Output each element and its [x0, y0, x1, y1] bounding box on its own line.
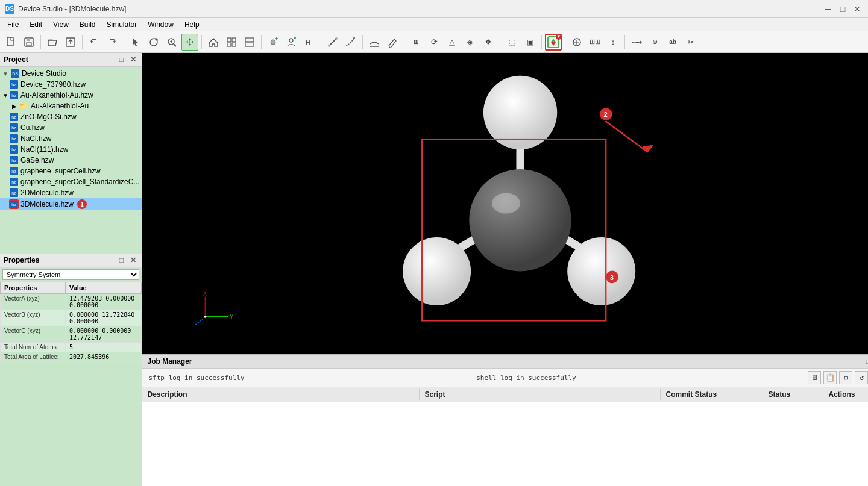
measure-button[interactable]: [342, 34, 359, 51]
draw-bond-button[interactable]: [324, 34, 341, 51]
project-tree-container[interactable]: ▼ DS Device Studio hz Device_737980.hzw …: [0, 67, 142, 254]
file-icon-2dmolecule: hz: [10, 188, 18, 197]
undo-button[interactable]: [86, 34, 102, 51]
rotate-tool-button[interactable]: [145, 34, 162, 51]
tree-item-zno[interactable]: hz ZnO-MgO-Si.hzw: [0, 111, 142, 122]
tree-item-device737[interactable]: hz Device_737980.hzw: [0, 79, 142, 90]
tree-item-nacl[interactable]: hz NaCl.hzw: [0, 133, 142, 144]
col-description: Description: [142, 389, 420, 400]
add-atom-button[interactable]: [265, 34, 281, 51]
properties-filter[interactable]: Symmetry System: [0, 267, 142, 282]
svg-point-27: [328, 45, 330, 47]
svg-point-43: [492, 193, 520, 214]
main-layout: Project □ ✕ ▼ DS Device Studio: [0, 53, 868, 486]
menu-view[interactable]: View: [48, 19, 74, 30]
move-tool-button[interactable]: [181, 34, 198, 51]
svg-rect-14: [232, 38, 236, 42]
prop-name: VectorA (xyz): [1, 294, 66, 310]
properties-close-button[interactable]: ✕: [128, 255, 138, 265]
add-person-button[interactable]: [283, 34, 300, 51]
prop-value: 2027.845396: [65, 352, 141, 362]
home-view-button[interactable]: [205, 34, 222, 51]
tool-j[interactable]: ↕: [605, 34, 621, 51]
sep10: [541, 35, 542, 49]
svg-rect-17: [245, 38, 254, 42]
tree-item-au[interactable]: ▼ hz Au-Alkanethiol-Au.hzw: [0, 90, 142, 101]
sep5: [261, 35, 262, 49]
tree-item-3dmolecule[interactable]: hz 3DMolecule.hzw 1: [0, 198, 142, 210]
select-tool-button[interactable]: [127, 34, 144, 51]
menu-build[interactable]: Build: [75, 19, 101, 30]
tree-item-nacl111[interactable]: hz NaCl(111).hzw: [0, 144, 142, 155]
tool-f[interactable]: ⬚: [503, 34, 520, 51]
file-icon-device737: hz: [10, 80, 18, 89]
symmetry-system-select[interactable]: Symmetry System: [2, 269, 139, 280]
build-surface-button[interactable]: [366, 34, 383, 51]
import-export-button[interactable]: ▼: [545, 34, 562, 51]
svg-line-29: [347, 38, 355, 46]
sep6: [321, 35, 321, 49]
menu-help[interactable]: Help: [180, 19, 204, 30]
redo-button[interactable]: [104, 34, 121, 51]
properties-restore-button[interactable]: □: [116, 255, 126, 265]
tool-h[interactable]: [568, 34, 585, 51]
tree-item-2dmolecule[interactable]: hz 2DMolecule.hzw: [0, 187, 142, 198]
menu-window[interactable]: Window: [143, 19, 178, 30]
restore-button[interactable]: □: [837, 3, 849, 15]
job-icon-2[interactable]: 📋: [823, 371, 837, 384]
tool-a[interactable]: ⊞: [407, 34, 424, 51]
export-button[interactable]: [62, 34, 79, 51]
tool-n[interactable]: ✂: [682, 34, 699, 51]
view-1-button[interactable]: [223, 34, 240, 51]
tree-label-zno: ZnO-MgO-Si.hzw: [20, 113, 77, 121]
tree-item-graphene[interactable]: hz graphene_superCell.hzw: [0, 166, 142, 176]
tool-e[interactable]: ❖: [480, 34, 497, 51]
tool-k[interactable]: ⟿: [628, 34, 645, 51]
job-icon-4[interactable]: ↺: [855, 371, 868, 384]
pencil-button[interactable]: [384, 34, 401, 51]
tree-item-graphene-std[interactable]: hz graphene_superCell_StandardizeC...: [0, 176, 142, 187]
minimize-button[interactable]: ─: [822, 3, 834, 15]
view-2-button[interactable]: [241, 34, 258, 51]
close-button[interactable]: ✕: [851, 3, 863, 15]
job-status-bar: sftp log in successfully shell log in su…: [142, 369, 868, 387]
tool-l[interactable]: ⊛: [646, 34, 663, 51]
window-controls[interactable]: ─ □ ✕: [822, 3, 863, 15]
project-restore-button[interactable]: □: [116, 55, 126, 64]
project-tree: ▼ DS Device Studio hz Device_737980.hzw …: [0, 67, 142, 211]
sep12: [624, 35, 625, 49]
tree-item-root[interactable]: ▼ DS Device Studio: [0, 68, 142, 79]
hydrogen-button[interactable]: H: [301, 34, 318, 51]
sep1: [40, 35, 41, 49]
project-close-button[interactable]: ✕: [128, 55, 138, 64]
left-panel: Project □ ✕ ▼ DS Device Studio: [0, 53, 142, 486]
save-button[interactable]: [20, 34, 37, 51]
svg-point-45: [568, 237, 636, 305]
job-icon-1[interactable]: 🖥: [808, 371, 821, 384]
open-button[interactable]: [44, 34, 61, 51]
tool-i[interactable]: ⊞⊞: [587, 34, 603, 51]
menu-edit[interactable]: Edit: [25, 19, 47, 30]
zoom-button[interactable]: [163, 34, 180, 51]
menu-simulator[interactable]: Simulator: [102, 19, 142, 30]
svg-text:2: 2: [604, 111, 608, 118]
job-icon-3[interactable]: ⚙: [839, 371, 852, 384]
new-file-button[interactable]: [2, 34, 19, 51]
tree-item-cu[interactable]: hz Cu.hzw: [0, 122, 142, 133]
table-row: Total Num of Atoms: 5: [1, 343, 142, 352]
prop-value: 5: [65, 343, 141, 352]
tool-c[interactable]: △: [444, 34, 461, 51]
sep4: [201, 35, 202, 49]
tool-d[interactable]: ◈: [462, 34, 479, 51]
tool-m[interactable]: ab: [664, 34, 681, 51]
tool-g[interactable]: ▣: [521, 34, 538, 51]
tree-item-au-folder[interactable]: ▶ 📁 Au-Alkanethiol-Au: [0, 101, 142, 111]
table-row: VectorA (xyz) 12.479203 0.000000 0.00000…: [1, 294, 142, 310]
menu-file[interactable]: File: [2, 19, 24, 30]
tree-item-gase[interactable]: hz GaSe.hzw: [0, 155, 142, 166]
properties-panel-header: Properties □ ✕: [0, 254, 142, 267]
tool-b[interactable]: ⟳: [426, 34, 442, 51]
prop-name: Total Area of Lattice:: [1, 352, 66, 362]
job-manager-restore-button[interactable]: □: [863, 357, 868, 366]
toolbar: H ⊞ ⟳ △ ◈ ❖ ⬚ ▣ ▼ ⊞⊞ ↕ ⟿ ⊛ ab ✂: [0, 31, 868, 53]
